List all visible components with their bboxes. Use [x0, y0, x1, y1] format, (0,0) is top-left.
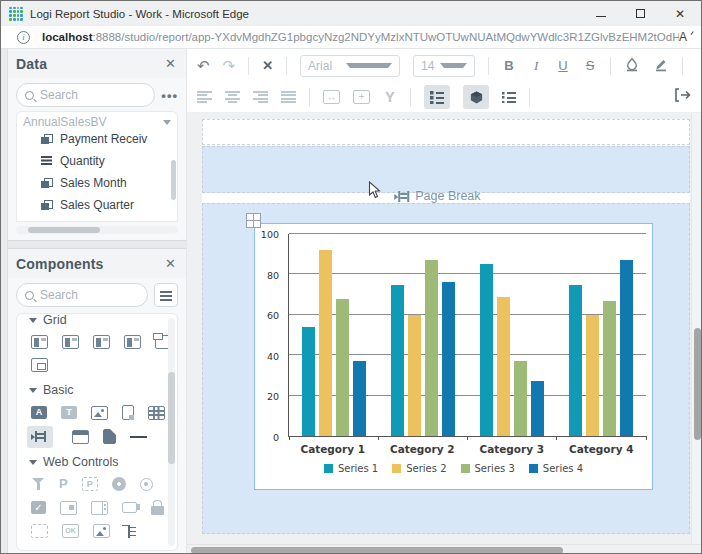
grid-layout-3-icon[interactable]	[93, 335, 110, 349]
canvas-horizontal-scrollbar[interactable]	[187, 544, 701, 554]
radio-button-icon[interactable]	[140, 478, 153, 491]
bar-series-3-category-2	[425, 260, 438, 436]
legend-item: Series 3	[461, 463, 515, 474]
web-action-icon[interactable]	[112, 477, 126, 491]
text-field-control-icon[interactable]	[60, 501, 77, 515]
underline-button[interactable]: U	[556, 58, 570, 73]
components-search-box[interactable]	[16, 283, 148, 307]
undo-icon[interactable]: ↶	[197, 58, 210, 74]
url-text[interactable]: localhost:8888/studio/report/app-YXdvMgd…	[42, 31, 679, 43]
table-component-icon[interactable]	[148, 406, 165, 420]
data-field-payment-received[interactable]: Payment Receiv	[41, 132, 177, 150]
filter-button[interactable]: Y	[383, 89, 397, 105]
page-break-component-selected[interactable]	[27, 426, 53, 448]
ok-button-control-icon[interactable]: OK	[62, 524, 79, 538]
site-info-icon[interactable]: i	[17, 31, 30, 44]
section-web-controls[interactable]: Web Controls	[29, 455, 163, 469]
panel-splitter[interactable]	[8, 240, 186, 249]
data-more-options-button[interactable]: •••	[161, 88, 178, 103]
chart-move-handle[interactable]	[246, 213, 261, 228]
canvas-vertical-scrollbar[interactable]	[691, 113, 701, 544]
chart-plot	[288, 234, 646, 437]
chart-component[interactable]: 020406080100 Category 1Category 2Categor…	[254, 223, 653, 490]
components-view-toggle-button[interactable]	[154, 283, 178, 307]
align-center-icon[interactable]	[225, 91, 240, 103]
subreport-component-icon[interactable]	[122, 405, 134, 420]
font-family-select[interactable]: Arial	[300, 55, 400, 77]
data-field-quantity[interactable]: Quantity	[41, 150, 177, 172]
image-component-icon[interactable]	[91, 406, 108, 420]
report-header-band[interactable]	[202, 119, 690, 145]
grid-layout-4-icon[interactable]	[124, 335, 141, 349]
category-label: Category 2	[378, 443, 468, 455]
lock-icon[interactable]	[151, 506, 164, 515]
page-break-element[interactable]: Page Break	[398, 189, 480, 203]
font-size-select[interactable]: 14	[413, 55, 475, 77]
hscroll-thumb[interactable]	[191, 547, 563, 554]
split-cells-icon[interactable]: +	[353, 90, 370, 104]
grid-layout-2-icon[interactable]	[62, 335, 79, 349]
dataset-selector[interactable]: AnnualSalesBV	[16, 111, 178, 132]
image-button-control-icon[interactable]	[93, 524, 110, 538]
label-component-icon[interactable]: A	[31, 406, 47, 419]
bar-series-4-category-1	[353, 361, 366, 436]
resource-view-toggle[interactable]	[463, 85, 489, 109]
section-grid[interactable]: Grid	[29, 313, 163, 327]
components-panel-close-icon[interactable]: ✕	[165, 256, 176, 271]
strikethrough-button[interactable]: S	[583, 58, 597, 73]
horizontal-line-component-icon[interactable]	[130, 436, 147, 438]
fill-color-icon[interactable]	[624, 56, 640, 76]
align-left-icon[interactable]	[197, 91, 212, 103]
align-right-icon[interactable]	[253, 91, 268, 103]
read-aloud-icon[interactable]: A	[679, 30, 691, 44]
data-hscroll-thumb[interactable]	[28, 227, 100, 233]
report-band-top[interactable]	[202, 146, 690, 193]
vscroll-thumb[interactable]	[694, 328, 701, 440]
text-box-component-icon[interactable]: T	[61, 406, 77, 419]
parameter-control-icon[interactable]: P	[59, 477, 68, 491]
chart-x-ticks	[289, 436, 646, 441]
data-field-sales-quarter[interactable]: Sales Quarter	[41, 194, 177, 216]
redo-icon[interactable]: ↷	[223, 58, 236, 74]
bar-group-1	[289, 234, 378, 436]
section-basic[interactable]: Basic	[29, 383, 163, 397]
components-scrollbar-thumb[interactable]	[168, 372, 175, 464]
delete-icon[interactable]: ✕	[262, 58, 273, 74]
slider-control-icon[interactable]	[122, 502, 137, 513]
data-panel-close-icon[interactable]: ✕	[165, 56, 176, 71]
properties-panel-toggle[interactable]	[424, 85, 450, 109]
bar-group-3	[468, 234, 557, 436]
dataset-selector-value: AnnualSalesBV	[23, 115, 163, 129]
filter-control-icon[interactable]	[31, 477, 45, 491]
search-icon	[25, 291, 34, 300]
split-panel-control-icon[interactable]	[91, 501, 108, 515]
merge-cells-icon[interactable]: ↔	[323, 90, 340, 104]
legend-item: Series 2	[392, 463, 446, 474]
toc-list-icon[interactable]	[502, 91, 516, 103]
minimize-icon[interactable]	[596, 16, 606, 17]
data-search-box[interactable]	[16, 83, 155, 107]
italic-button[interactable]: I	[529, 58, 543, 74]
highlight-pen-icon[interactable]	[653, 56, 669, 76]
data-horizontal-scrollbar[interactable]	[16, 226, 178, 234]
data-search-input[interactable]	[40, 88, 146, 102]
align-justify-icon[interactable]	[281, 91, 296, 103]
maximize-icon[interactable]	[636, 9, 645, 18]
address-bar[interactable]: i localhost:8888/studio/report/app-YXdvM…	[1, 26, 701, 49]
document-component-icon[interactable]	[103, 429, 116, 444]
legend-label: Series 4	[543, 463, 583, 474]
close-icon[interactable]: ✕	[675, 8, 685, 20]
grid-layout-1-icon[interactable]	[31, 335, 48, 349]
checkbox-control-icon[interactable]: ✓	[31, 501, 46, 514]
parameter-panel-icon[interactable]: P	[82, 477, 98, 491]
frame-control-icon[interactable]	[31, 524, 48, 538]
data-list-scrollbar[interactable]	[171, 160, 176, 200]
components-search-input[interactable]	[40, 288, 139, 302]
tree-control-icon[interactable]	[124, 525, 138, 538]
bar-series-3-category-1	[336, 299, 349, 436]
bold-button[interactable]: B	[502, 58, 516, 73]
banded-object-component-icon[interactable]	[72, 430, 89, 444]
nested-grid-icon[interactable]	[31, 358, 48, 372]
data-field-sales-month[interactable]: Sales Month	[41, 172, 177, 194]
exit-icon[interactable]	[674, 87, 691, 107]
